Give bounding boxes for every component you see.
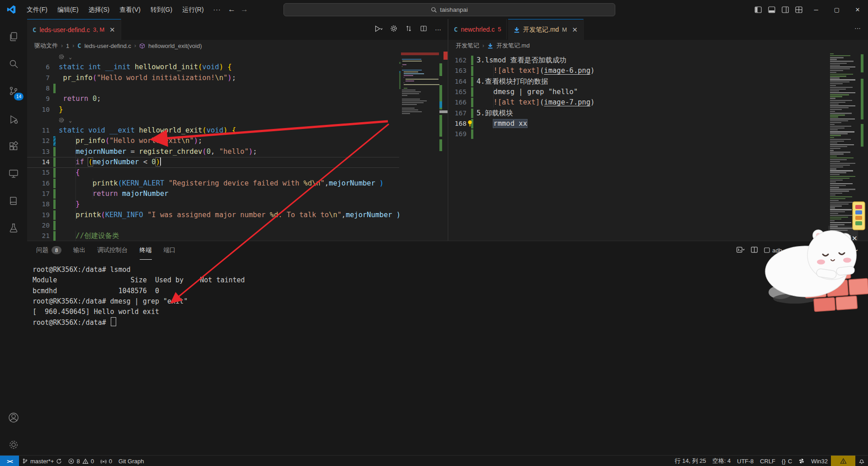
code-line[interactable]: 1675.卸载模块: [448, 108, 828, 119]
right-overview-ruler[interactable]: [858, 52, 868, 241]
window-restore-button[interactable]: ▢: [826, 0, 847, 19]
encoding-item[interactable]: UTF-8: [734, 456, 757, 466]
breadcrumb-file[interactable]: 开发笔记.md: [496, 42, 530, 50]
panel-tab-输出[interactable]: 输出: [73, 241, 85, 259]
codelens-row[interactable]: ⌄: [59, 52, 399, 62]
tab-dev-notes[interactable]: 开发笔记.md M ✕: [508, 19, 584, 40]
code-line[interactable]: 16 printk(KERN_ALERT "Registering device…: [27, 178, 399, 189]
menu-more-button[interactable]: ···: [209, 6, 226, 13]
source-control-icon[interactable]: 14: [0, 81, 27, 101]
breadcrumb-symbol[interactable]: helloworld_exit(void): [148, 43, 202, 49]
git-graph-item[interactable]: Git Graph: [115, 456, 147, 466]
eol-item[interactable]: CRLF: [757, 456, 778, 466]
tab-leds-user-defind[interactable]: C leds-user-defind.c 3, M ✕: [27, 19, 121, 40]
close-icon[interactable]: ✕: [572, 26, 578, 34]
panel-tab-终端[interactable]: 终端: [140, 241, 152, 260]
code-line[interactable]: 19 printk(KERN_INFO "I was assigned majo…: [27, 210, 399, 220]
code-line[interactable]: 166 ![alt text](image-7.png): [448, 97, 828, 108]
code-line[interactable]: 20: [27, 220, 399, 231]
accounts-icon[interactable]: [0, 407, 27, 428]
nav-back-button[interactable]: ←: [226, 5, 238, 14]
code-line[interactable]: 169: [448, 129, 828, 139]
code-line[interactable]: 1623.lsmod 查看是否加载成功: [448, 55, 828, 66]
breadcrumb-subfolder[interactable]: 1: [66, 43, 69, 49]
git-branch-item[interactable]: master*+: [19, 456, 65, 466]
formatter-item[interactable]: [795, 456, 808, 466]
warning-tile[interactable]: [831, 456, 855, 466]
close-icon[interactable]: ✕: [109, 26, 115, 34]
settings-gear-icon[interactable]: [0, 434, 27, 455]
search-sidebar-icon[interactable]: [0, 53, 27, 74]
toggle-panel-icon[interactable]: [765, 0, 778, 19]
codelens-row[interactable]: ⌄: [59, 115, 399, 125]
panel-chevron-icon[interactable]: ⌄: [854, 246, 859, 252]
code-line[interactable]: 163 ![alt text](image-6.png): [448, 66, 828, 76]
breadcrumb-folder[interactable]: 驱动文件: [34, 42, 58, 50]
toggle-sidebar-icon[interactable]: [751, 0, 765, 19]
window-close-button[interactable]: ✕: [847, 0, 868, 19]
code-line[interactable]: 12 pr_info("Hello world exit\n");: [27, 136, 399, 146]
breadcrumb-file[interactable]: leds-user-defind.c: [85, 43, 131, 49]
code-line[interactable]: 7 pr_info("Hello world initialization!\n…: [27, 73, 399, 83]
remote-explorer-icon[interactable]: [0, 163, 27, 184]
remote-indicator[interactable]: ><: [0, 456, 19, 466]
code-editor-leds-user-defind[interactable]: ⌄6static int __init helloworld_init(void…: [27, 52, 399, 241]
code-line[interactable]: 18 }: [27, 199, 399, 209]
window-minimize-button[interactable]: ─: [806, 0, 826, 19]
code-line[interactable]: 17 return majorNumber: [27, 189, 399, 199]
menu-item[interactable]: 运行(R): [177, 3, 208, 16]
command-center-search[interactable]: taishanpai: [283, 3, 615, 16]
indentation-item[interactable]: 空格: 4: [709, 456, 734, 466]
open-changes-icon[interactable]: [405, 25, 412, 33]
code-line[interactable]: 13 mejornNumber = register_chrdev(0, "he…: [27, 147, 399, 157]
menu-item[interactable]: 转到(G): [146, 3, 177, 16]
code-line[interactable]: 10}: [27, 105, 399, 115]
code-line[interactable]: 11static void __exit helloworld_exit(voi…: [27, 125, 399, 136]
lightbulb-icon[interactable]: [467, 119, 473, 130]
split-terminal-icon[interactable]: [751, 247, 758, 254]
os-item[interactable]: Win32: [808, 456, 831, 466]
code-line[interactable]: 8: [27, 83, 399, 94]
more-actions-icon[interactable]: ···: [854, 24, 861, 32]
right-minimap[interactable]: [828, 52, 858, 241]
panel-close-icon[interactable]: ✕: [852, 234, 858, 243]
docs-view-icon[interactable]: [0, 190, 27, 211]
customize-layout-icon[interactable]: [792, 0, 806, 19]
notifications-bell[interactable]: [855, 456, 868, 466]
cursor-position-item[interactable]: 行 14, 列 25: [671, 456, 709, 466]
code-line[interactable]: 14 if (mejorNumber < 0): [27, 157, 399, 167]
panel-tab-端口[interactable]: 端口: [164, 241, 176, 259]
explorer-icon[interactable]: [0, 26, 27, 47]
language-mode-item[interactable]: {}C: [778, 456, 795, 466]
more-actions-icon[interactable]: ···: [435, 26, 441, 33]
nav-forward-button[interactable]: →: [238, 5, 251, 14]
run-file-button[interactable]: [375, 25, 382, 33]
code-line[interactable]: 15 {: [27, 167, 399, 178]
panel-tab-问题[interactable]: 问题8: [36, 241, 61, 259]
markdown-editor-dev-notes[interactable]: 1623.lsmod 查看是否加载成功163 ![alt text](image…: [448, 52, 828, 241]
breadcrumb-folder[interactable]: 开发笔记: [456, 42, 479, 50]
right-breadcrumb[interactable]: 开发笔记› 开发笔记.md: [448, 40, 868, 52]
run-settings-gear-icon[interactable]: [390, 25, 397, 33]
code-line[interactable]: 165 dmesg | grep "hello": [448, 87, 828, 97]
menu-item[interactable]: 选择(S): [84, 3, 115, 16]
left-overview-ruler[interactable]: [439, 52, 448, 241]
extensions-icon[interactable]: [0, 136, 27, 157]
new-terminal-icon[interactable]: [736, 247, 745, 254]
panel-tab-调试控制台[interactable]: 调试控制台: [97, 241, 128, 259]
code-line[interactable]: 1644.查看模块打印的数据: [448, 76, 828, 87]
menu-item[interactable]: 查看(V): [114, 3, 146, 16]
code-line[interactable]: 9 return 0;: [27, 94, 399, 104]
test-beaker-icon[interactable]: [0, 218, 27, 238]
terminal-tab-adb[interactable]: adb: [764, 247, 782, 254]
tab-newchrled[interactable]: C newchrled.c 5: [448, 19, 507, 39]
menu-item[interactable]: 文件(F): [22, 3, 52, 16]
code-line[interactable]: 168 rmmod xx: [448, 119, 828, 129]
ports-item[interactable]: 0: [97, 456, 115, 466]
run-debug-icon[interactable]: [0, 109, 27, 130]
terminal-output[interactable]: root@RK356X:/data# lsmodModule Size Used…: [33, 265, 245, 328]
toggle-secondary-sidebar-icon[interactable]: [778, 0, 792, 19]
problems-item[interactable]: 8 0: [65, 456, 97, 466]
split-editor-icon[interactable]: [420, 25, 427, 33]
menu-item[interactable]: 编辑(E): [52, 3, 84, 16]
